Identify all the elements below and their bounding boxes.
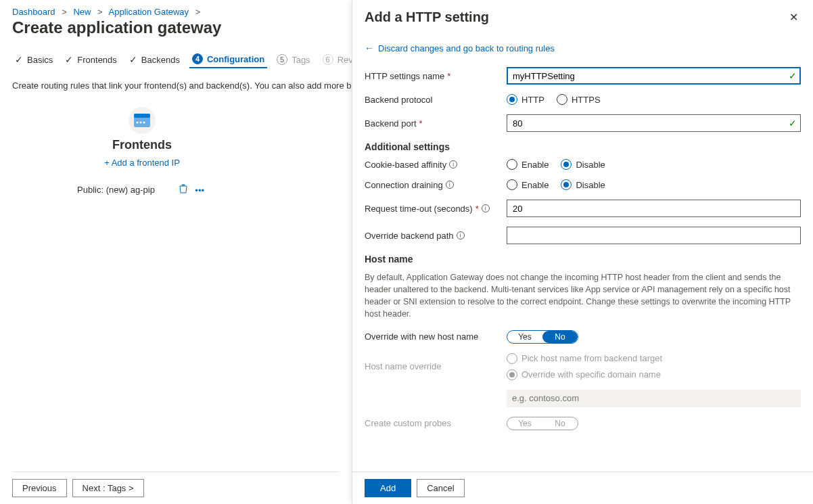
label-host-override: Host name override	[365, 361, 507, 371]
drain-enable-radio[interactable]: Enable	[507, 179, 549, 190]
toggle-yes: Yes	[507, 417, 542, 430]
tab-tags[interactable]: 5 Tags	[274, 49, 312, 68]
frontend-row[interactable]: Public: (new) ag-pip •••	[74, 184, 210, 196]
check-icon: ✓	[15, 54, 23, 65]
tab-backends[interactable]: ✓ Backends	[126, 49, 183, 68]
custom-probes-toggle: Yes No	[507, 417, 578, 430]
frontends-title: Frontends	[74, 138, 210, 152]
info-icon[interactable]: i	[449, 160, 457, 168]
label-override-new: Override with new host name	[365, 331, 507, 342]
frontend-tile-icon	[129, 107, 156, 134]
chevron-right-icon: >	[93, 7, 107, 17]
next-button[interactable]: Next : Tags >	[72, 479, 144, 497]
panel-title: Add a HTTP setting	[365, 9, 489, 25]
section-additional: Additional settings	[365, 141, 801, 152]
tab-label: Configuration	[207, 54, 264, 64]
arrow-left-icon: ←	[365, 43, 374, 53]
checkmark-icon: ✓	[789, 118, 797, 129]
step-badge: 5	[277, 54, 287, 65]
add-frontend-link[interactable]: + Add a frontend IP	[74, 158, 210, 168]
protocol-http-radio[interactable]: HTTP	[507, 94, 544, 105]
toggle-yes[interactable]: Yes	[507, 331, 542, 343]
hostname-desc: By default, Application Gateway does not…	[365, 271, 801, 321]
svg-point-4	[143, 122, 145, 124]
more-icon[interactable]: •••	[192, 185, 207, 196]
cookie-disable-radio[interactable]: Disable	[561, 159, 605, 170]
label-override-path: Override backend path i	[365, 231, 507, 241]
discard-back-link[interactable]: ← Discard changes and go back to routing…	[365, 43, 555, 53]
label-protocol: Backend protocol	[365, 95, 507, 105]
label-name: HTTP settings name*	[365, 71, 507, 81]
previous-button[interactable]: Previous	[12, 479, 67, 497]
tab-label: Tags	[292, 55, 310, 65]
tab-basics[interactable]: ✓ Basics	[12, 49, 55, 68]
toggle-no[interactable]: No	[542, 331, 578, 343]
delete-icon[interactable]	[177, 185, 193, 196]
pick-target-radio: Pick host name from backend target	[507, 353, 801, 364]
port-input[interactable]	[507, 114, 801, 132]
cookie-enable-radio[interactable]: Enable	[507, 159, 549, 170]
override-path-input[interactable]	[507, 227, 801, 244]
label-timeout: Request time-out (seconds)* i	[365, 204, 507, 214]
svg-point-2	[137, 122, 139, 124]
chevron-right-icon: >	[191, 7, 205, 17]
tab-label: Backends	[141, 55, 180, 65]
checkmark-icon: ✓	[789, 70, 797, 81]
label-cookie: Cookie-based affinity i	[365, 160, 507, 170]
close-icon[interactable]: ✕	[787, 9, 801, 25]
info-icon[interactable]: i	[457, 231, 465, 239]
tab-frontends[interactable]: ✓ Frontends	[62, 49, 120, 68]
info-icon[interactable]: i	[446, 181, 454, 189]
breadcrumb-dashboard[interactable]: Dashboard	[12, 7, 55, 17]
wizard-footer: Previous Next : Tags >	[12, 472, 340, 497]
tab-label: Frontends	[77, 55, 117, 65]
svg-rect-1	[134, 114, 150, 118]
name-input[interactable]	[507, 67, 801, 85]
timeout-input[interactable]	[507, 200, 801, 217]
info-icon[interactable]: i	[482, 204, 490, 212]
step-badge: 4	[192, 53, 203, 64]
panel-footer: Add Cancel	[352, 472, 813, 504]
breadcrumb-appgateway[interactable]: Application Gateway	[109, 7, 189, 17]
chevron-right-icon: >	[57, 7, 71, 17]
tab-label: Basics	[27, 55, 53, 65]
check-icon: ✓	[129, 54, 137, 65]
override-hostname-toggle[interactable]: Yes No	[507, 330, 578, 344]
cancel-button[interactable]: Cancel	[417, 479, 464, 497]
protocol-https-radio[interactable]: HTTPS	[557, 94, 601, 105]
domain-input	[507, 390, 801, 407]
toggle-no: No	[542, 417, 578, 430]
override-domain-radio: Override with specific domain name	[507, 369, 801, 380]
svg-point-3	[140, 122, 142, 124]
label-drain: Connection draining i	[365, 180, 507, 190]
step-badge: 6	[323, 54, 333, 65]
label-port: Backend port*	[365, 118, 507, 129]
http-setting-panel: Add a HTTP setting ✕ ← Discard changes a…	[352, 0, 813, 504]
frontends-card: Frontends + Add a frontend IP	[74, 107, 210, 168]
check-icon: ✓	[65, 54, 73, 65]
browser-icon	[134, 114, 150, 127]
tab-configuration[interactable]: 4 Configuration	[189, 49, 267, 68]
breadcrumb-new[interactable]: New	[73, 7, 91, 17]
label-probes: Create custom probes	[365, 418, 507, 428]
section-hostname: Host name	[365, 254, 801, 265]
drain-disable-radio[interactable]: Disable	[561, 179, 605, 190]
back-link-label: Discard changes and go back to routing r…	[378, 43, 555, 53]
add-button[interactable]: Add	[365, 479, 411, 497]
frontend-label: Public: (new) ag-pip	[77, 185, 155, 195]
